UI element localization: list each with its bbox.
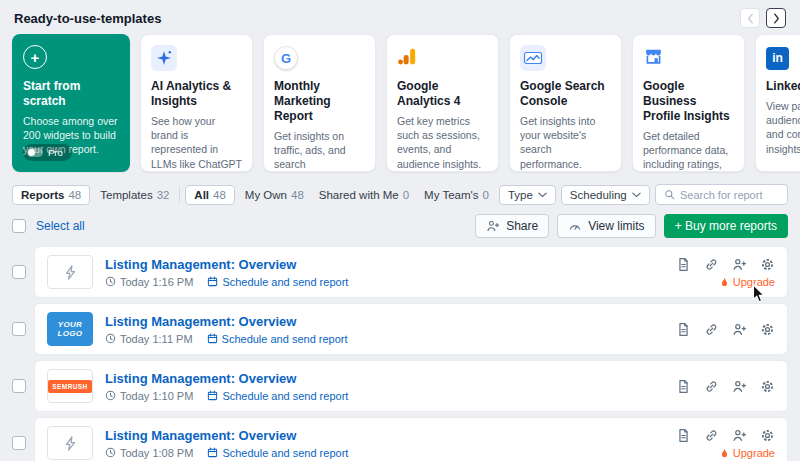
scheduling-dropdown[interactable]: Scheduling [561, 185, 650, 205]
upgrade-link[interactable]: Upgrade [719, 447, 775, 459]
tab-count: 32 [157, 189, 170, 201]
reports-page: Ready-to-use-templates + Start from scra… [0, 0, 800, 461]
page-title: Ready-to-use-templates [14, 11, 161, 26]
scope-shared-with-me[interactable]: Shared with Me 0 [314, 186, 414, 204]
lightning-bolt-icon [62, 264, 79, 281]
schedule-send-link[interactable]: Schedule and send report [207, 447, 348, 459]
flame-icon [719, 277, 730, 288]
add-user-icon[interactable] [731, 256, 747, 272]
template-card-monthly-marketing[interactable]: G Monthly Marketing Report Get insights … [263, 34, 376, 172]
scope-label: Shared with Me [319, 189, 399, 201]
scope-count: 48 [291, 189, 304, 201]
report-thumbnail-semrush: SEMRUSH [47, 369, 93, 403]
link-icon[interactable] [703, 256, 719, 272]
calendar-icon [207, 447, 218, 458]
calendar-icon [207, 333, 218, 344]
header: Ready-to-use-templates [0, 0, 800, 28]
select-all-label[interactable]: Select all [36, 219, 85, 233]
report-row: YOUR LOGO Listing Management: Overview T… [12, 303, 788, 355]
report-card[interactable]: SEMRUSH Listing Management: Overview Tod… [34, 360, 788, 412]
add-user-icon[interactable] [731, 378, 747, 394]
report-card[interactable]: YOUR LOGO Listing Management: Overview T… [34, 303, 788, 355]
report-card[interactable]: Listing Management: Overview Today 1:08 … [34, 417, 788, 461]
chevron-down-icon [538, 192, 547, 198]
template-title: Monthly Marketing Report [274, 79, 365, 124]
scope-my-teams[interactable]: My Team's 0 [419, 186, 494, 204]
template-card-search-console[interactable]: Google Search Console Get insights into … [509, 34, 622, 172]
buy-more-reports-label: + Buy more reports [675, 219, 777, 233]
view-limits-button[interactable]: View limits [557, 214, 655, 238]
calendar-icon [207, 276, 218, 287]
schedule-send-link[interactable]: Schedule and send report [207, 276, 348, 288]
template-card-start-from-scratch[interactable]: + Start from scratch Choose among over 2… [12, 34, 130, 172]
link-icon[interactable] [703, 427, 719, 443]
report-title-link[interactable]: Listing Management: Overview [105, 314, 675, 329]
report-timestamp: Today 1:10 PM [105, 390, 193, 402]
link-icon[interactable] [703, 378, 719, 394]
settings-gear-icon[interactable] [759, 321, 775, 337]
lightning-bolt-icon [62, 435, 79, 452]
row-checkbox[interactable] [12, 322, 26, 336]
document-icon[interactable] [675, 378, 691, 394]
tab-templates[interactable]: Templates 32 [95, 186, 174, 204]
search-input[interactable] [680, 189, 779, 201]
clock-icon [105, 333, 116, 344]
settings-gear-icon[interactable] [759, 378, 775, 394]
carousel-next-button[interactable] [766, 8, 786, 28]
upgrade-link[interactable]: Upgrade [719, 276, 775, 288]
scope-all[interactable]: All 48 [185, 185, 235, 205]
toggle-switch-icon [27, 148, 43, 157]
chevron-right-icon [773, 13, 780, 24]
template-title: Start from scratch [23, 79, 119, 109]
document-icon[interactable] [675, 427, 691, 443]
schedule-send-link[interactable]: Schedule and send report [207, 390, 348, 402]
report-title-link[interactable]: Listing Management: Overview [105, 371, 675, 386]
templates-carousel: + Start from scratch Choose among over 2… [12, 34, 800, 172]
template-title: AI Analytics & Insights [151, 79, 242, 109]
carousel-nav [740, 8, 786, 28]
chevron-down-icon [632, 192, 641, 198]
report-thumbnail-your-logo: YOUR LOGO [47, 312, 93, 346]
pro-toggle[interactable]: Pro [23, 144, 72, 161]
schedule-send-link[interactable]: Schedule and send report [207, 333, 348, 345]
report-title-link[interactable]: Listing Management: Overview [105, 257, 675, 272]
carousel-prev-button[interactable] [740, 8, 760, 28]
view-limits-label: View limits [588, 219, 644, 233]
template-card-business-profile[interactable]: Google Business Profile Insights Get det… [632, 34, 745, 172]
tab-reports[interactable]: Reports 48 [12, 185, 90, 205]
share-label: Share [506, 219, 538, 233]
flame-icon [719, 448, 730, 459]
report-card[interactable]: Listing Management: Overview Today 1:16 … [34, 246, 788, 298]
buy-more-reports-button[interactable]: + Buy more reports [664, 214, 788, 238]
document-icon[interactable] [675, 256, 691, 272]
link-icon[interactable] [703, 321, 719, 337]
scope-my-own[interactable]: My Own 48 [240, 186, 309, 204]
share-button[interactable]: Share [475, 214, 549, 238]
row-checkbox[interactable] [12, 379, 26, 393]
report-timestamp: Today 1:08 PM [105, 447, 193, 459]
settings-gear-icon[interactable] [759, 427, 775, 443]
search-console-icon [520, 45, 546, 71]
clock-icon [105, 276, 116, 287]
report-title-link[interactable]: Listing Management: Overview [105, 428, 675, 443]
document-icon[interactable] [675, 321, 691, 337]
type-dropdown[interactable]: Type [499, 185, 556, 205]
template-title: Google Analytics 4 [397, 79, 488, 109]
template-title: Google Search Console [520, 79, 611, 109]
chevron-left-icon [747, 13, 754, 24]
settings-gear-icon[interactable] [759, 256, 775, 272]
template-description: View page audience metrics and company i… [766, 99, 800, 156]
reports-list: Listing Management: Overview Today 1:16 … [12, 246, 788, 461]
report-row: SEMRUSH Listing Management: Overview Tod… [12, 360, 788, 412]
add-user-icon[interactable] [731, 427, 747, 443]
row-checkbox[interactable] [12, 436, 26, 450]
row-checkbox[interactable] [12, 265, 26, 279]
template-description: Get detailed performance data, including… [643, 129, 734, 172]
template-card-ga4[interactable]: Google Analytics 4 Get key metrics such … [386, 34, 499, 172]
report-thumbnail-bolt [47, 426, 93, 460]
template-card-linkedin-pages[interactable]: in LinkedIn Pages View page audience met… [755, 34, 800, 172]
select-all-checkbox[interactable] [12, 219, 26, 233]
list-toolbar: Select all Share View limits + Buy more … [12, 214, 788, 238]
add-user-icon[interactable] [731, 321, 747, 337]
template-card-ai-analytics[interactable]: AI Analytics & Insights See how your bra… [140, 34, 253, 172]
